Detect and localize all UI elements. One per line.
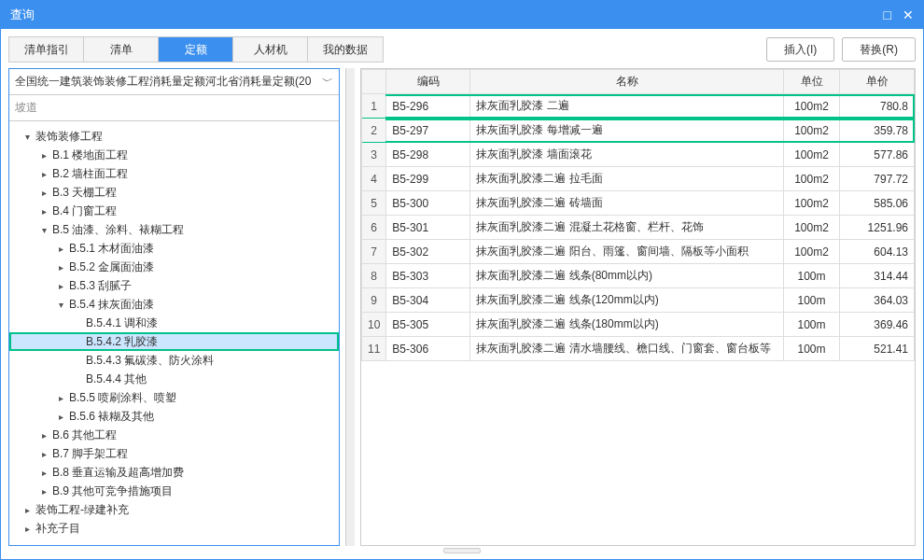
collapse-icon[interactable]: ▾ [21,132,34,142]
tab-2[interactable]: 定额 [159,37,233,62]
tree-node[interactable]: ▸B.5.5 喷刷涂料、喷塑 [9,388,339,407]
tree-node[interactable]: ▾B.5 油漆、涂料、裱糊工程 [9,220,339,239]
close-icon[interactable]: ✕ [903,7,914,22]
row-number: 8 [362,264,386,288]
collapse-icon[interactable]: ▾ [54,300,67,310]
expand-icon[interactable]: ▸ [37,449,50,459]
tab-4[interactable]: 我的数据 [308,37,383,62]
tree-node[interactable]: B.5.4.3 氟碳漆、防火涂料 [9,351,339,370]
query-dialog: 查询 □ ✕ 清单指引清单定额人材机我的数据 插入(I) 替换(R) 全国统一建… [0,0,924,560]
column-header[interactable]: 单价 [840,70,915,94]
tree-node[interactable]: ▸B.5.2 金属面油漆 [9,258,339,276]
table-row[interactable]: 7B5-302抹灰面乳胶漆二遍 阳台、雨篷、窗间墙、隔板等小面积100m2604… [362,240,915,264]
expand-icon[interactable]: ▸ [54,393,67,403]
column-header[interactable]: 名称 [470,70,784,94]
cell-unit: 100m [784,288,840,313]
table-row[interactable]: 3B5-298抹灰面乳胶漆 墙面滚花100m2577.86 [362,143,915,167]
expand-icon[interactable]: ▸ [54,281,67,291]
expand-icon[interactable]: ▸ [54,244,67,254]
column-resize-handle[interactable] [345,68,355,546]
search-input[interactable] [9,95,339,120]
collapse-icon[interactable]: ▾ [37,225,50,235]
tree-label: B.5.4 抹灰面油漆 [69,297,154,313]
table-row[interactable]: 8B5-303抹灰面乳胶漆二遍 线条(80mm以内)100m314.44 [362,264,915,288]
table-row[interactable]: 6B5-301抹灰面乳胶漆二遍 混凝土花格窗、栏杆、花饰100m21251.96 [362,216,915,240]
column-header[interactable]: 单位 [784,70,840,94]
cell-code: B5-296 [386,94,470,119]
tree-node[interactable]: ▸B.2 墙柱面工程 [9,164,339,183]
expand-icon[interactable]: ▸ [37,206,50,217]
cell-price: 604.13 [840,240,915,264]
table-row[interactable]: 10B5-305抹灰面乳胶漆二遍 线条(180mm以内)100m369.46 [362,313,915,337]
tree-node[interactable]: B.5.4.4 其他 [9,370,339,388]
row-number: 5 [362,191,386,216]
tree-node[interactable]: B.5.4.2 乳胶漆 [9,332,339,351]
table-row[interactable]: 9B5-304抹灰面乳胶漆二遍 线条(120mm以内)100m364.03 [362,288,915,313]
footer [8,546,916,555]
tree-node[interactable]: ▸B.8 垂直运输及超高增加费 [9,463,339,482]
maximize-icon[interactable]: □ [884,7,891,22]
tree-node[interactable]: ▸B.6 其他工程 [9,426,339,444]
tree-node[interactable]: B.5.4.1 调和漆 [9,314,339,332]
expand-icon[interactable]: ▸ [37,468,50,478]
cell-price: 359.78 [840,119,915,143]
top-row: 清单指引清单定额人材机我的数据 插入(I) 替换(R) [8,36,916,63]
cell-name: 抹灰面乳胶漆二遍 线条(80mm以内) [470,264,784,288]
column-header[interactable] [362,70,386,94]
tree-node[interactable]: ▸B.5.3 刮腻子 [9,276,339,295]
tree-node[interactable]: ▸装饰工程-绿建补充 [9,500,339,519]
category-tree[interactable]: ▾装饰装修工程▸B.1 楼地面工程▸B.2 墙柱面工程▸B.3 天棚工程▸B.4… [9,121,339,545]
expand-icon[interactable]: ▸ [54,262,67,273]
cell-name: 抹灰面乳胶漆 二遍 [470,94,784,119]
table-row[interactable]: 2B5-297抹灰面乳胶漆 每增减一遍100m2359.78 [362,119,915,143]
dialog-body: 清单指引清单定额人材机我的数据 插入(I) 替换(R) 全国统一建筑装饰装修工程… [1,29,923,559]
expand-icon[interactable]: ▸ [37,150,50,161]
row-number: 6 [362,216,386,240]
table-row[interactable]: 1B5-296抹灰面乳胶漆 二遍100m2780.8 [362,94,915,119]
table-row[interactable]: 5B5-300抹灰面乳胶漆二遍 砖墙面100m2585.06 [362,191,915,216]
column-header[interactable]: 编码 [386,70,470,94]
data-grid[interactable]: 编码名称单位单价1B5-296抹灰面乳胶漆 二遍100m2780.82B5-29… [360,68,916,546]
tree-node[interactable]: ▸B.5.1 木材面油漆 [9,239,339,258]
norm-selector-text: 全国统一建筑装饰装修工程消耗量定额河北省消耗量定额(20 [15,74,318,90]
tree-label: B.5.6 裱糊及其他 [69,409,154,425]
expand-icon[interactable]: ▸ [37,486,50,497]
expand-icon[interactable]: ▸ [37,430,50,441]
tree-node[interactable]: ▸B.3 天棚工程 [9,183,339,202]
cell-code: B5-306 [386,337,470,361]
cell-code: B5-300 [386,191,470,216]
tree-label: B.5.5 喷刷涂料、喷塑 [69,390,176,406]
window-title: 查询 [10,7,35,23]
norm-selector[interactable]: 全国统一建筑装饰装修工程消耗量定额河北省消耗量定额(20 ﹀ [9,69,339,95]
tree-node[interactable]: ▸B.1 楼地面工程 [9,146,339,164]
table-row[interactable]: 4B5-299抹灰面乳胶漆二遍 拉毛面100m2797.72 [362,167,915,191]
tree-node[interactable]: ▸B.7 脚手架工程 [9,444,339,463]
tree-node[interactable]: ▸B.9 其他可竞争措施项目 [9,482,339,500]
cell-code: B5-298 [386,143,470,167]
cell-unit: 100m [784,313,840,337]
tree-label: B.1 楼地面工程 [52,147,128,163]
tree-node[interactable]: ▾装饰装修工程 [9,127,339,146]
tree-node[interactable]: ▸补充子目 [9,519,339,538]
cell-price: 1251.96 [840,216,915,240]
cell-price: 585.06 [840,191,915,216]
replace-button[interactable]: 替换(R) [842,37,916,62]
tab-3[interactable]: 人材机 [233,37,308,62]
tree-node[interactable]: ▾B.5.4 抹灰面油漆 [9,295,339,314]
resize-handle-icon[interactable] [443,548,481,553]
tree-node[interactable]: ▸B.4 门窗工程 [9,202,339,220]
tab-1[interactable]: 清单 [84,37,159,62]
expand-icon[interactable]: ▸ [37,169,50,179]
expand-icon[interactable]: ▸ [54,412,67,422]
cell-unit: 100m2 [784,216,840,240]
tab-0[interactable]: 清单指引 [9,37,84,62]
insert-button[interactable]: 插入(I) [766,37,834,62]
cell-unit: 100m [784,264,840,288]
expand-icon[interactable]: ▸ [37,188,50,198]
tree-label: B.5.4.2 乳胶漆 [86,334,158,350]
table-row[interactable]: 11B5-306抹灰面乳胶漆二遍 清水墙腰线、檐口线、门窗套、窗台板等100m5… [362,337,915,361]
expand-icon[interactable]: ▸ [21,524,34,534]
tree-label: B.3 天棚工程 [52,185,117,201]
expand-icon[interactable]: ▸ [21,505,34,515]
tree-node[interactable]: ▸B.5.6 裱糊及其他 [9,407,339,426]
